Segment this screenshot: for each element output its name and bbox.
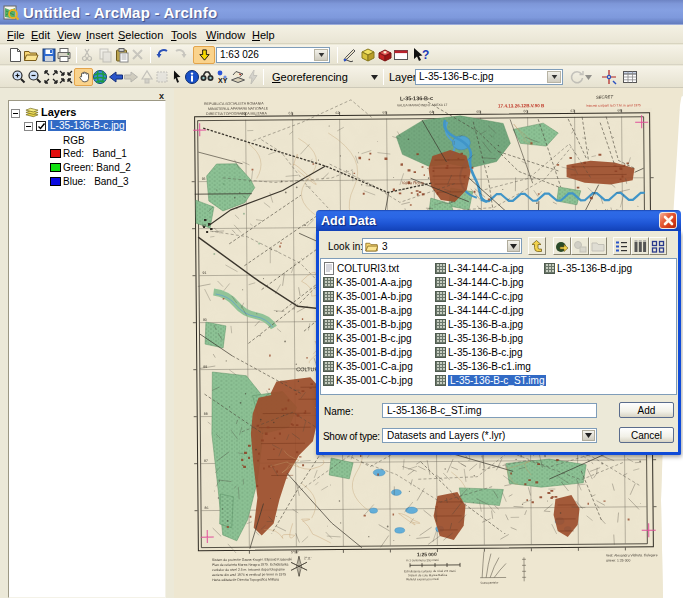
svg-text:anexe: 1:25 000: anexe: 1:25 000 bbox=[606, 558, 630, 562]
svg-text:1:25 000: 1:25 000 bbox=[417, 551, 437, 557]
svg-text:87: 87 bbox=[204, 459, 208, 463]
svg-text:88: 88 bbox=[204, 412, 208, 416]
svg-text:Valea Rosie: Valea Rosie bbox=[402, 180, 425, 185]
svg-text:65: 65 bbox=[477, 110, 481, 114]
svg-text:Sistem de proiectie Gauss-Krug: Sistem de proiectie Gauss-Kruger. Elipso… bbox=[212, 557, 292, 562]
svg-text:MINISTERUL APARARII NATIONALE: MINISTERUL APARARII NATIONALE bbox=[208, 107, 269, 112]
svg-text:63: 63 bbox=[383, 111, 387, 115]
svg-text:60: 60 bbox=[242, 112, 246, 116]
svg-text:5°50': 5°50' bbox=[291, 550, 299, 554]
svg-text:67: 67 bbox=[571, 109, 575, 113]
svg-text:68: 68 bbox=[618, 108, 622, 112]
svg-text:Vest: Alexandru Vlahuta. Culeg: Vest: Alexandru Vlahuta. Culegere bbox=[606, 553, 658, 557]
svg-text:DIRECTIA TOPOGRAFICA MILITARA: DIRECTIA TOPOGRAFICA MILITARA bbox=[206, 112, 267, 117]
svg-text:Scara pantelor: Scara pantelor bbox=[480, 581, 498, 585]
svg-text:86: 86 bbox=[205, 506, 209, 510]
svg-text:92: 92 bbox=[202, 224, 206, 228]
svg-text:XY: XY bbox=[218, 77, 228, 84]
svg-text:SECRET: SECRET bbox=[596, 95, 613, 100]
svg-text:?: ? bbox=[422, 48, 429, 62]
svg-text:aeriene din anul 1974 si verif: aeriene din anul 1974 si verificat pe te… bbox=[212, 572, 286, 577]
svg-text:Plan de referinta Marea Neagra: Plan de referinta Marea Neagra 1975. Ech… bbox=[212, 562, 288, 567]
svg-text:91: 91 bbox=[202, 271, 206, 275]
svg-text:Harta editata de Directia Topo: Harta editata de Directia Topografica Mi… bbox=[212, 577, 279, 582]
svg-text:62: 62 bbox=[336, 111, 340, 115]
svg-text:64: 64 bbox=[430, 110, 434, 114]
svg-text:Relieful exprimat in metri: Relieful exprimat in metri bbox=[406, 577, 439, 581]
svg-text:REPUBLICA SOCIALISTA ROMANIA: REPUBLICA SOCIALISTA ROMANIA bbox=[204, 102, 264, 107]
svg-text:66: 66 bbox=[524, 109, 528, 113]
svg-text:2°11': 2°11' bbox=[304, 556, 312, 560]
svg-text:90: 90 bbox=[203, 318, 207, 322]
svg-text:L-35-136-B-c: L-35-136-B-c bbox=[400, 95, 433, 101]
svg-text:61: 61 bbox=[289, 111, 293, 115]
svg-text:93: 93 bbox=[202, 177, 206, 181]
svg-text:17.4.13.26.12B.V.90 B: 17.4.13.26.12B.V.90 B bbox=[498, 103, 545, 108]
svg-text:curbelor de nivel 2.5 m. Intoc: curbelor de nivel 2.5 m. Intocmit dupa f… bbox=[212, 567, 285, 572]
svg-text:Intocmit si tiparit la D.T.M.: Intocmit si tiparit la D.T.M. in anul 19… bbox=[586, 103, 641, 107]
svg-text:89: 89 bbox=[203, 365, 207, 369]
svg-text:in 1 centimetru 250 metri: in 1 centimetru 250 metri bbox=[406, 558, 439, 562]
svg-text:VALEA MARACINENI. ANEXA 17: VALEA MARACINENI. ANEXA 17 bbox=[397, 103, 448, 107]
